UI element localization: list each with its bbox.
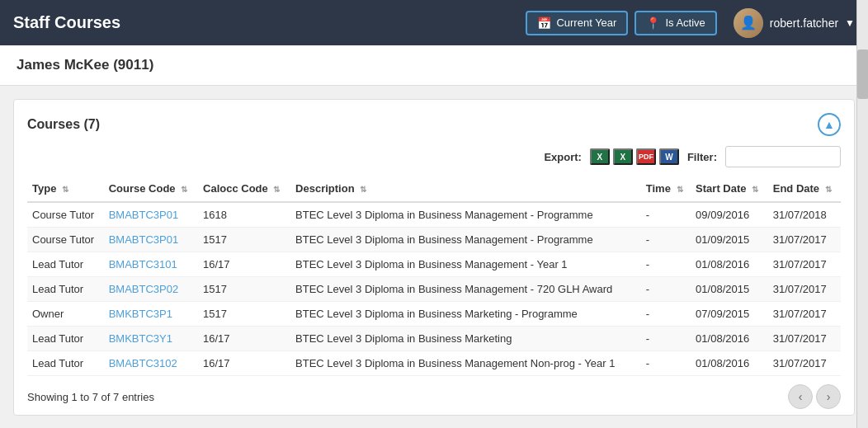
export-icons: X X PDF W <box>590 148 679 165</box>
toolbar: Export: X X PDF W Filter: <box>27 146 841 167</box>
course-code-link[interactable]: BMABTC3P01 <box>109 233 179 246</box>
table-header: Type ⇅ Course Code ⇅ Calocc Code ⇅ Descr… <box>27 176 841 202</box>
course-code-link[interactable]: BMABTC3P02 <box>109 283 179 295</box>
calendar-icon: 📅 <box>537 16 551 30</box>
cell-type: Lead Tutor <box>27 277 104 302</box>
cell-time: - <box>641 202 691 228</box>
cell-start-date: 01/08/2016 <box>691 351 768 376</box>
scrollbar[interactable] <box>856 0 868 428</box>
main-content: Courses (7) ▲ Export: X X PDF W Filter: … <box>0 86 868 428</box>
export-excel2-button[interactable]: X <box>613 148 633 165</box>
cell-time: - <box>641 277 691 302</box>
sort-arrows-course-code: ⇅ <box>181 185 187 194</box>
filter-label: Filter: <box>687 151 717 163</box>
cell-time: - <box>641 327 691 351</box>
pagination-bar: Showing 1 to 7 of 7 entries ‹ › <box>27 384 841 409</box>
prev-page-button[interactable]: ‹ <box>788 384 813 409</box>
cell-start-date: 01/08/2016 <box>691 327 768 351</box>
cell-time: - <box>641 302 691 327</box>
cell-course-code: BMABTC3101 <box>104 252 198 277</box>
course-code-link[interactable]: BMABTC3101 <box>109 258 177 270</box>
pagination-buttons: ‹ › <box>788 384 841 409</box>
export-label: Export: <box>544 151 582 163</box>
cell-course-code: BMABTC3P01 <box>104 202 198 228</box>
cell-course-code: BMKBTC3Y1 <box>104 327 198 351</box>
course-code-link[interactable]: BMKBTC3Y1 <box>109 332 172 345</box>
col-end-date[interactable]: End Date ⇅ <box>768 176 841 202</box>
pin-icon: 📍 <box>646 16 660 30</box>
table-row: Lead TutorBMABTC310116/17BTEC Level 3 Di… <box>27 252 841 277</box>
next-page-button[interactable]: › <box>816 384 841 409</box>
pagination-info: Showing 1 to 7 of 7 entries <box>27 391 154 403</box>
cell-time: - <box>641 228 691 252</box>
sort-arrows-end-date: ⇅ <box>825 185 832 194</box>
cell-description: BTEC Level 3 Diploma in Business Managem… <box>290 202 641 228</box>
cell-description: BTEC Level 3 Diploma in Business Marketi… <box>290 327 641 351</box>
course-code-link[interactable]: BMABTC3102 <box>109 357 177 369</box>
cell-calocc-code: 1517 <box>198 277 290 302</box>
export-pdf-button[interactable]: PDF <box>636 148 656 165</box>
chevron-down-icon: ▼ <box>845 17 855 29</box>
cell-type: Lead Tutor <box>27 351 104 376</box>
subheader: James McKee (9011) <box>0 45 868 86</box>
app-title: Staff Courses <box>13 13 120 32</box>
col-time[interactable]: Time ⇅ <box>641 176 691 202</box>
cell-calocc-code: 16/17 <box>198 252 290 277</box>
table-row: Lead TutorBMABTC3P021517BTEC Level 3 Dip… <box>27 277 841 302</box>
scrollbar-thumb <box>857 49 868 99</box>
card-header: Courses (7) ▲ <box>27 113 841 136</box>
cell-start-date: 07/09/2015 <box>691 302 768 327</box>
header: Staff Courses 📅 Current Year 📍 Is Active… <box>0 0 868 45</box>
cell-type: Lead Tutor <box>27 327 104 351</box>
export-excel-button[interactable]: X <box>590 148 610 165</box>
cell-type: Lead Tutor <box>27 252 104 277</box>
cell-start-date: 01/08/2015 <box>691 277 768 302</box>
table-row: Course TutorBMABTC3P011517BTEC Level 3 D… <box>27 228 841 252</box>
cell-calocc-code: 1517 <box>198 228 290 252</box>
cell-end-date: 31/07/2017 <box>768 277 841 302</box>
current-year-button[interactable]: 📅 Current Year <box>526 11 628 35</box>
col-course-code[interactable]: Course Code ⇅ <box>104 176 198 202</box>
cell-description: BTEC Level 3 Diploma in Business Marketi… <box>290 302 641 327</box>
cell-course-code: BMABTC3P02 <box>104 277 198 302</box>
cell-course-code: BMKBTC3P1 <box>104 302 198 327</box>
filter-input[interactable] <box>725 146 841 167</box>
collapse-button[interactable]: ▲ <box>818 113 841 136</box>
cell-calocc-code: 16/17 <box>198 351 290 376</box>
cell-calocc-code: 1618 <box>198 202 290 228</box>
cell-start-date: 01/08/2016 <box>691 252 768 277</box>
cell-start-date: 01/09/2015 <box>691 228 768 252</box>
col-type[interactable]: Type ⇅ <box>27 176 104 202</box>
course-code-link[interactable]: BMKBTC3P1 <box>109 308 172 320</box>
person-info: James McKee (9011) <box>17 57 153 73</box>
cell-description: BTEC Level 3 Diploma in Business Managem… <box>290 252 641 277</box>
col-calocc-code[interactable]: Calocc Code ⇅ <box>198 176 290 202</box>
col-start-date[interactable]: Start Date ⇅ <box>691 176 768 202</box>
sort-arrows-calocc-code: ⇅ <box>273 185 280 194</box>
sort-arrows-start-date: ⇅ <box>752 185 758 194</box>
cell-time: - <box>641 252 691 277</box>
table-row: Lead TutorBMABTC310216/17BTEC Level 3 Di… <box>27 351 841 376</box>
cell-type: Owner <box>27 302 104 327</box>
sort-arrows-description: ⇅ <box>360 185 366 194</box>
cell-calocc-code: 1517 <box>198 302 290 327</box>
table-row: Course TutorBMABTC3P011618BTEC Level 3 D… <box>27 202 841 228</box>
export-word-button[interactable]: W <box>659 148 679 165</box>
avatar: 👤 <box>734 8 763 38</box>
sort-arrows-type: ⇅ <box>62 185 68 194</box>
card-title: Courses (7) <box>27 117 100 132</box>
cell-calocc-code: 16/17 <box>198 327 290 351</box>
cell-start-date: 09/09/2016 <box>691 202 768 228</box>
cell-end-date: 31/07/2017 <box>768 302 841 327</box>
cell-course-code: BMABTC3102 <box>104 351 198 376</box>
current-year-label: Current Year <box>556 16 616 29</box>
is-active-button[interactable]: 📍 Is Active <box>634 11 716 35</box>
cell-description: BTEC Level 3 Diploma in Business Managem… <box>290 228 641 252</box>
user-menu[interactable]: 👤 robert.fatcher ▼ <box>734 8 855 38</box>
username-label: robert.fatcher <box>770 16 838 30</box>
cell-end-date: 31/07/2017 <box>768 252 841 277</box>
course-code-link[interactable]: BMABTC3P01 <box>109 209 179 221</box>
col-description[interactable]: Description ⇅ <box>290 176 641 202</box>
cell-type: Course Tutor <box>27 228 104 252</box>
cell-course-code: BMABTC3P01 <box>104 228 198 252</box>
